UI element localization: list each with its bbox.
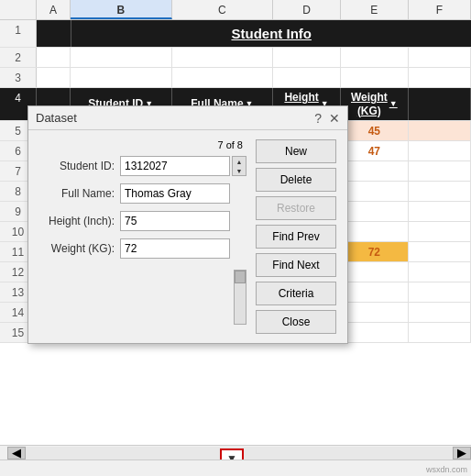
full-name-label: Full Name: (38, 187, 120, 200)
scrollbar-thumb[interactable] (235, 271, 246, 283)
cell-10f (409, 222, 471, 241)
dialog-buttons: New Delete Restore Find Prev Find Next C… (256, 139, 338, 334)
cell-3a (37, 68, 71, 87)
cell-3d (273, 68, 341, 87)
cell-6e: 47 (341, 141, 409, 161)
spreadsheet-row-2: 2 (0, 48, 471, 68)
cell-3c (172, 68, 274, 87)
cell-5f (409, 121, 471, 140)
student-id-label: Student ID: (38, 160, 120, 172)
form-scrollbar[interactable] (234, 270, 246, 325)
delete-button[interactable]: Delete (256, 168, 336, 192)
watermark: wsxdn.com (426, 465, 467, 474)
record-info: 7 of 8 (38, 139, 246, 150)
cell-6f (409, 141, 471, 161)
cell-15e (341, 323, 409, 342)
close-button[interactable]: Close (256, 310, 336, 334)
cell-7e (341, 161, 409, 181)
form-row-student-id: Student ID: ▲ ▼ (38, 156, 246, 176)
row-num-header (0, 0, 37, 19)
height-label: Height (Inch): (38, 215, 120, 227)
cell-2a (37, 48, 71, 67)
dialog-titlebar: Dataset ? ✕ (28, 106, 347, 130)
row-num-2: 2 (0, 48, 37, 67)
restore-button[interactable]: Restore (256, 196, 336, 220)
dialog-form: 7 of 8 Student ID: ▲ ▼ Full Name: (38, 139, 246, 334)
dialog-title: Dataset (36, 111, 77, 125)
spreadsheet-row-3: 3 (0, 68, 471, 88)
spinner-down-icon[interactable]: ▼ (233, 166, 246, 175)
dialog-close-icon[interactable]: ✕ (329, 111, 340, 126)
form-row-full-name: Full Name: (38, 183, 246, 204)
cell-9f (409, 202, 471, 221)
column-header-row: A B C D E F (0, 0, 471, 20)
student-id-input-wrap: ▲ ▼ (120, 156, 246, 176)
col-weight-header: Weight(KG)▼ (341, 88, 409, 120)
cell-14e (341, 303, 409, 322)
cell-12e (341, 262, 409, 282)
cell-3b (71, 68, 172, 87)
weight-input-wrap (120, 238, 246, 259)
cell-14f (409, 303, 471, 322)
full-name-input-wrap (120, 183, 246, 204)
row-num-1: 1 (0, 20, 37, 47)
spreadsheet-title: Student Info (71, 20, 471, 47)
criteria-button[interactable]: Criteria (256, 282, 336, 305)
cell-2d (273, 48, 341, 67)
col-header-c: C (172, 0, 274, 19)
col-header-a: A (37, 0, 71, 19)
cell-2b (71, 48, 172, 67)
cell-3e (341, 68, 409, 87)
dialog-help-icon[interactable]: ? (314, 111, 322, 126)
cell-15f (409, 323, 471, 342)
cell-9e (341, 202, 409, 221)
cell-7f (409, 161, 471, 181)
cell-10e (341, 222, 409, 241)
col-header-f: F (409, 0, 471, 19)
height-input[interactable] (120, 211, 230, 231)
cell-1a (37, 20, 71, 47)
spinner-up-icon[interactable]: ▲ (233, 157, 246, 166)
dialog-body: 7 of 8 Student ID: ▲ ▼ Full Name: (28, 130, 347, 343)
new-button[interactable]: New (256, 139, 336, 163)
col-header-e: E (341, 0, 409, 19)
row-num-3: 3 (0, 68, 37, 87)
scroll-left-btn[interactable]: ◀ (7, 447, 26, 459)
cell-4f (409, 88, 471, 120)
cell-2f (409, 48, 471, 67)
col-header-b: B (71, 0, 172, 19)
find-next-button[interactable]: Find Next (256, 253, 336, 277)
dataset-dialog: Dataset ? ✕ 7 of 8 Student ID: ▲ ▼ (27, 105, 348, 344)
cell-12f (409, 262, 471, 282)
status-bar: wsxdn.com (0, 459, 471, 476)
spreadsheet-row-1: 1 Student Info (0, 20, 471, 48)
student-id-input[interactable] (120, 156, 230, 176)
form-row-height: Height (Inch): (38, 211, 246, 231)
student-id-spinner[interactable]: ▲ ▼ (232, 156, 246, 176)
cell-13e (341, 282, 409, 302)
cell-3f (409, 68, 471, 87)
cell-11e: 72 (341, 242, 409, 261)
cell-5e: 45 (341, 121, 409, 140)
col-header-d: D (273, 0, 341, 19)
cell-2c (172, 48, 274, 67)
full-name-input[interactable] (120, 183, 230, 204)
cell-13f (409, 282, 471, 302)
scroll-right-btn[interactable]: ▶ (453, 447, 471, 459)
height-input-wrap (120, 211, 246, 231)
weight-label: Weight (KG): (38, 242, 120, 255)
weight-input[interactable] (120, 238, 230, 259)
find-prev-button[interactable]: Find Prev (256, 225, 336, 249)
dialog-title-icons: ? ✕ (314, 111, 340, 126)
cell-8f (409, 182, 471, 201)
cell-8e (341, 182, 409, 201)
cell-11f (409, 242, 471, 261)
form-row-weight: Weight (KG): (38, 238, 246, 259)
cell-2e (341, 48, 409, 67)
